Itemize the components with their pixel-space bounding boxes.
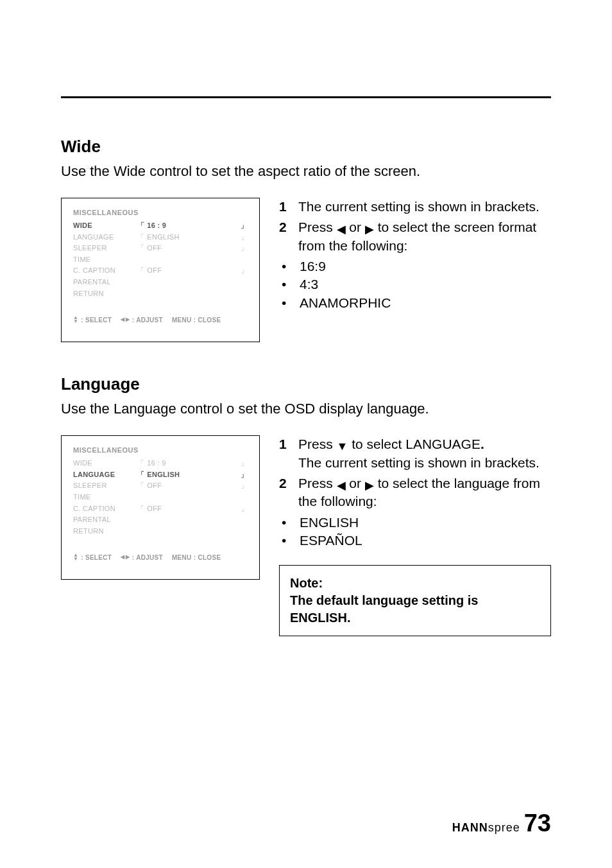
osd-row-value: ENGLISH [147,232,179,243]
osd-row-label: C. CAPTION [73,265,137,277]
block-language: MISCELLANEOUS WIDE「16 : 9」LANGUAGE「ENGLI… [61,435,551,636]
osd-row: RETURN [73,526,248,537]
updown-icon: ▲▼ [73,553,78,561]
updown-icon: ▲▼ [73,316,78,324]
left-bracket-icon: 「 [137,503,144,515]
step-num: 1 [279,435,291,472]
left-bracket-icon: 「 [137,458,144,469]
osd-row-label: SLEEPER [73,243,137,254]
osd-row: RETURN [73,288,248,300]
right-bracket-icon: 」 [241,220,248,232]
page-footer: HANNspree 73 [452,810,551,837]
osd-row: C. CAPTION「OFF」 [73,265,248,277]
step-num: 2 [279,218,291,255]
osd-row: TIME [73,492,248,503]
option-item: 16:9 [279,257,551,275]
note-label: Note: [290,575,540,592]
osd-row-label: TIME [73,492,137,503]
osd-row: LANGUAGE「ENGLISH」 [73,469,248,481]
right-bracket-icon: 」 [241,469,248,481]
option-item: ANAMORPHIC [279,294,551,312]
right-bracket-icon: 」 [241,503,248,515]
osd-row-label: PARENTAL [73,277,137,288]
right-bracket-icon: 」 [241,265,248,277]
osd-row-label: TIME [73,254,137,266]
right-col-language: 1 Press ▼ to select LANGUAGE. The curren… [279,435,551,636]
note-text: The default language setting is ENGLISH. [290,592,540,627]
option-item: ENGLISH [279,514,551,532]
heading-wide: Wide [61,137,551,157]
osd-row-label: LANGUAGE [73,469,137,481]
note-box: Note: The default language setting is EN… [279,565,551,636]
desc-language: Use the Language control o set the OSD d… [61,401,551,417]
osd-footer-adjust: : ADJUST [132,554,163,561]
osd-row: WIDE「16 : 9」 [73,220,248,232]
osd-row: PARENTAL [73,514,248,526]
osd-row: TIME [73,254,248,266]
osd-row-value: 16 : 9 [147,458,166,469]
osd-row: PARENTAL [73,277,248,288]
down-arrow-icon: ▼ [337,440,348,452]
left-arrow-icon: ◀ [337,223,346,235]
osd-row-label: C. CAPTION [73,503,137,515]
osd-footer-menu: MENU : CLOSE [172,554,221,561]
right-bracket-icon: 」 [241,458,248,469]
osd-row-value: OFF [147,243,162,254]
left-bracket-icon: 「 [137,243,144,254]
osd-row-label: LANGUAGE [73,232,137,243]
right-arrow-icon: ▶ [365,480,374,491]
osd-row-label: WIDE [73,458,137,469]
osd-row-label: WIDE [73,220,137,232]
step-text: Press ▼ to select LANGUAGE. The current … [298,435,540,472]
left-bracket-icon: 「 [137,220,144,232]
osd-row-label: PARENTAL [73,514,137,526]
block-wide: MISCELLANEOUS WIDE「16 : 9」LANGUAGE「ENGLI… [61,198,551,342]
osd-panel-wide: MISCELLANEOUS WIDE「16 : 9」LANGUAGE「ENGLI… [61,198,260,342]
step-text: Press ◀ or ▶ to select the language from… [298,474,551,511]
right-bracket-icon: 」 [241,232,248,243]
osd-footer: ▲▼ : SELECT ◀▶ : ADJUST MENU : CLOSE [73,553,248,561]
leftright-icon: ◀▶ [121,555,130,560]
option-item: 4:3 [279,275,551,293]
osd-row-label: SLEEPER [73,480,137,492]
osd-row-value: OFF [147,265,162,277]
osd-row: SLEEPER「OFF」 [73,243,248,254]
brand-logo: HANNspree [452,821,520,835]
osd-footer-select: : SELECT [81,554,112,561]
osd-row-value: 16 : 9 [147,220,166,232]
left-arrow-icon: ◀ [337,480,346,491]
left-bracket-icon: 「 [137,232,144,243]
osd-row-label: RETURN [73,526,137,537]
leftright-icon: ◀▶ [121,317,130,322]
step-1-wide: 1 The current setting is shown in bracke… [279,198,551,216]
osd-title: MISCELLANEOUS [73,446,248,454]
osd-row-value: OFF [147,503,162,515]
right-bracket-icon: 」 [241,480,248,492]
page-number: 73 [524,810,551,837]
step-2-language: 2 Press ◀ or ▶ to select the language fr… [279,474,551,511]
osd-row: LANGUAGE「ENGLISH」 [73,232,248,243]
osd-row: SLEEPER「OFF」 [73,480,248,492]
step-num: 2 [279,474,291,511]
osd-footer-adjust: : ADJUST [132,317,163,324]
right-arrow-icon: ▶ [365,223,374,235]
heading-language: Language [61,374,551,394]
left-bracket-icon: 「 [137,469,144,481]
osd-panel-language: MISCELLANEOUS WIDE「16 : 9」LANGUAGE「ENGLI… [61,435,260,580]
step-num: 1 [279,198,291,216]
left-bracket-icon: 「 [137,265,144,277]
osd-title: MISCELLANEOUS [73,209,248,216]
left-bracket-icon: 「 [137,480,144,492]
osd-row-value: OFF [147,480,162,492]
step-text: The current setting is shown in brackets… [298,198,540,216]
step-2-wide: 2 Press ◀ or ▶ to select the screen form… [279,218,551,255]
osd-footer-menu: MENU : CLOSE [172,317,221,324]
step-text: Press ◀ or ▶ to select the screen format… [298,218,551,255]
option-item: ESPAÑOL [279,532,551,550]
osd-footer-select: : SELECT [81,317,112,324]
step-1-language: 1 Press ▼ to select LANGUAGE. The curren… [279,435,551,472]
osd-row-value: ENGLISH [147,469,180,481]
osd-row: WIDE「16 : 9」 [73,458,248,469]
top-rule [61,96,551,98]
desc-wide: Use the Wide control to set the aspect r… [61,163,551,180]
